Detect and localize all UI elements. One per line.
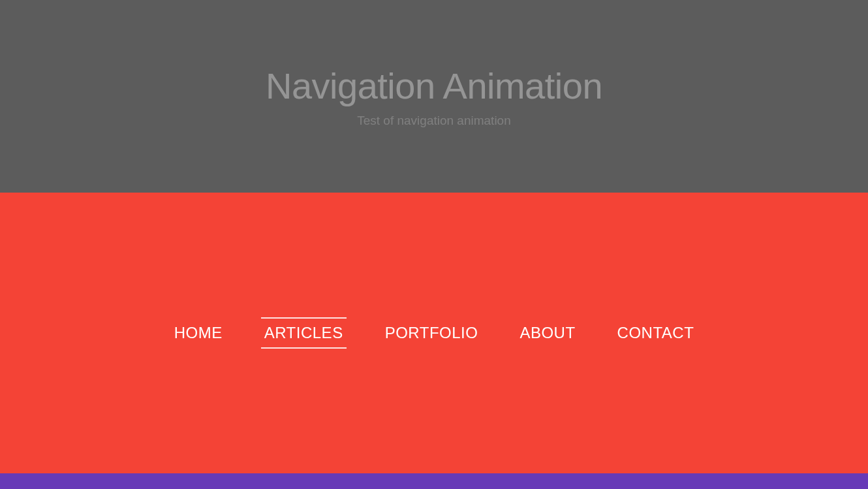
nav-item-about[interactable]: ABOUT [516,317,578,349]
nav-item-contact[interactable]: CONTACT [614,317,698,349]
header-section: Navigation Animation Test of navigation … [0,0,868,193]
page-title: Navigation Animation [266,65,602,107]
page-subtitle: Test of navigation animation [357,114,511,128]
nav-item-articles[interactable]: ARTICLES [261,317,347,349]
nav-list: HOME ARTICLES PORTFOLIO ABOUT CONTACT [171,317,698,349]
nav-item-portfolio[interactable]: PORTFOLIO [382,317,482,349]
footer-section [0,473,868,489]
nav-item-home[interactable]: HOME [171,317,226,349]
nav-section: HOME ARTICLES PORTFOLIO ABOUT CONTACT [0,193,868,473]
